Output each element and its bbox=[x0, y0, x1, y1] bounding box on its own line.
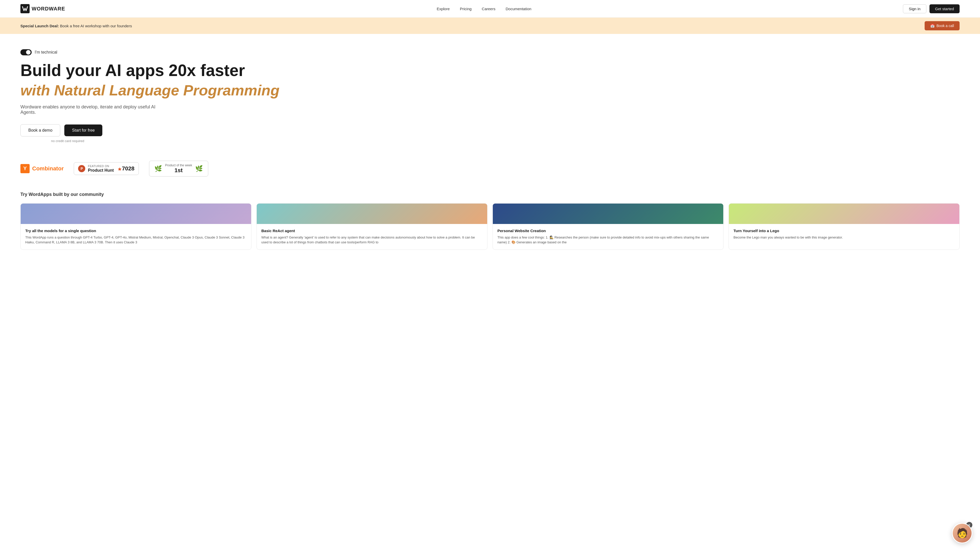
hero-description: Wordware enables anyone to develop, iter… bbox=[21, 104, 169, 115]
card-body-3: Personal Website Creation This app does … bbox=[493, 224, 723, 249]
no-credit-card-text: no credit card required bbox=[51, 139, 959, 143]
hero-subtitle: with Natural Language Programming bbox=[21, 81, 959, 99]
card-body-4: Turn Yourself into a Lego Become the Leg… bbox=[729, 224, 959, 245]
nav-pricing[interactable]: Pricing bbox=[460, 6, 472, 11]
toggle-label: I'm technical bbox=[35, 50, 57, 55]
card-desc-4: Become the Lego man you always wanted to… bbox=[733, 235, 955, 240]
community-title: Try WordApps built by our community bbox=[21, 192, 959, 197]
banner-text: Book a free AI workshop with our founder… bbox=[59, 24, 132, 28]
nav-links: Explore Pricing Careers Documentation bbox=[437, 6, 531, 11]
potw-label: Product of the week bbox=[165, 164, 192, 167]
hero-cta: Book a demo Start for free bbox=[21, 124, 959, 137]
banner-message: Special Launch Deal: Book a free AI work… bbox=[21, 24, 132, 28]
nav-documentation[interactable]: Documentation bbox=[506, 6, 531, 11]
ph-name: Product Hunt bbox=[88, 168, 114, 173]
laurel-left-icon: 🌿 bbox=[154, 165, 162, 172]
laurel-right-icon: 🌿 bbox=[195, 165, 203, 172]
product-hunt-badge: P FEATURED ON Product Hunt 7028 bbox=[74, 162, 138, 175]
product-of-week-badge: 🌿 Product of the week 1st 🌿 bbox=[149, 161, 208, 176]
ph-icon: P bbox=[78, 165, 85, 172]
community-cards: Try all the models for a single question… bbox=[21, 203, 959, 250]
promo-banner: Special Launch Deal: Book a free AI work… bbox=[0, 17, 980, 34]
card-header-3 bbox=[493, 203, 723, 224]
yc-letter: Y bbox=[21, 164, 30, 173]
start-free-button[interactable]: Start for free bbox=[64, 124, 102, 136]
nav-explore[interactable]: Explore bbox=[437, 6, 450, 11]
community-card-1[interactable]: Try all the models for a single question… bbox=[21, 203, 251, 250]
card-header-1 bbox=[21, 203, 251, 224]
card-title-1: Try all the models for a single question bbox=[25, 229, 247, 233]
banner-bold: Special Launch Deal: bbox=[21, 24, 59, 28]
yc-badge: Y Combinator bbox=[21, 164, 64, 173]
book-call-label: Book a call bbox=[937, 24, 954, 28]
logo-icon bbox=[21, 4, 30, 13]
card-desc-2: What is an agent? Generally 'agent' is u… bbox=[261, 235, 483, 245]
hero-section: I'm technical Build your AI apps 20x fas… bbox=[0, 34, 980, 153]
community-card-3[interactable]: Personal Website Creation This app does … bbox=[493, 203, 724, 250]
community-section: Try WordApps built by our community Try … bbox=[0, 187, 980, 257]
community-card-4[interactable]: Turn Yourself into a Lego Become the Leg… bbox=[729, 203, 959, 250]
getstarted-button[interactable]: Get started bbox=[929, 4, 959, 13]
navbar: WORDWARE Explore Pricing Careers Documen… bbox=[0, 0, 980, 17]
potw-rank: 1st bbox=[165, 167, 192, 174]
book-demo-button[interactable]: Book a demo bbox=[21, 124, 60, 137]
badges-section: Y Combinator P FEATURED ON Product Hunt … bbox=[0, 153, 980, 187]
potw-text: Product of the week 1st bbox=[165, 164, 192, 174]
book-call-button[interactable]: 📅 Book a call bbox=[924, 21, 959, 30]
yc-label: Combinator bbox=[32, 165, 64, 172]
technical-toggle[interactable] bbox=[21, 49, 32, 56]
card-title-2: Basic ReAct agent bbox=[261, 229, 483, 233]
card-body-2: Basic ReAct agent What is an agent? Gene… bbox=[257, 224, 487, 249]
svg-marker-1 bbox=[118, 167, 121, 171]
card-desc-3: This app does a few cool things: 1. 🕵️ R… bbox=[497, 235, 719, 245]
toggle-knob bbox=[26, 50, 30, 55]
card-title-4: Turn Yourself into a Lego bbox=[733, 229, 955, 233]
card-body-1: Try all the models for a single question… bbox=[21, 224, 251, 249]
ph-count: 7028 bbox=[118, 165, 135, 172]
community-card-2[interactable]: Basic ReAct agent What is an agent? Gene… bbox=[256, 203, 487, 250]
ph-text: FEATURED ON Product Hunt bbox=[88, 165, 114, 173]
card-header-4 bbox=[729, 203, 959, 224]
logo[interactable]: WORDWARE bbox=[21, 4, 65, 13]
card-title-3: Personal Website Creation bbox=[497, 229, 719, 233]
toggle-row: I'm technical bbox=[21, 49, 959, 56]
nav-careers[interactable]: Careers bbox=[482, 6, 495, 11]
card-header-2 bbox=[257, 203, 487, 224]
logo-text: WORDWARE bbox=[32, 6, 65, 12]
navbar-actions: Sign in Get started bbox=[903, 4, 959, 13]
ph-featured-label: FEATURED ON bbox=[88, 165, 114, 168]
hero-title: Build your AI apps 20x faster bbox=[21, 62, 959, 79]
signin-button[interactable]: Sign in bbox=[903, 4, 926, 13]
card-desc-1: This WordApp runs a question through GPT… bbox=[25, 235, 247, 245]
calendar-icon: 📅 bbox=[930, 24, 935, 28]
